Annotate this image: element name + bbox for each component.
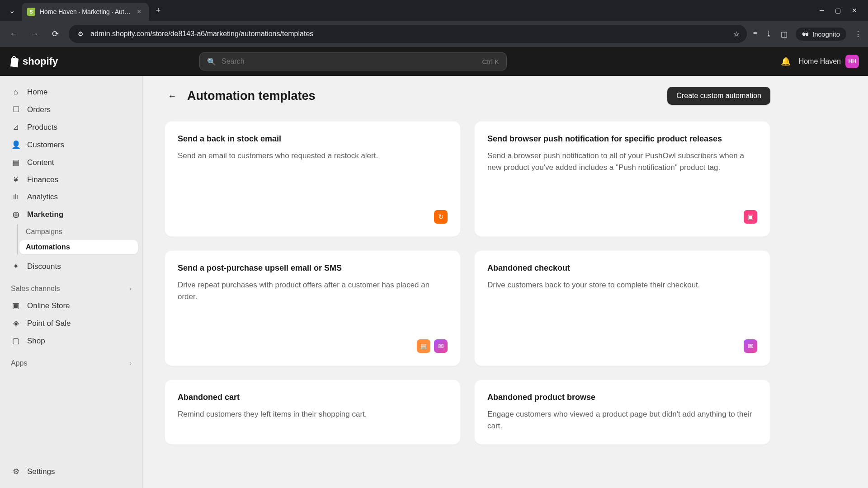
sidebar-item-online-store[interactable]: ▣ Online Store bbox=[5, 297, 138, 314]
site-info-icon[interactable]: ⚙ bbox=[76, 29, 85, 38]
search-field[interactable] bbox=[222, 57, 477, 66]
sidebar-item-finances[interactable]: ¥ Finances bbox=[5, 172, 138, 188]
template-card[interactable]: Abandoned checkout Drive customers back … bbox=[474, 250, 770, 366]
sidebar-item-label: Shop bbox=[27, 337, 45, 346]
sidebar-item-pos[interactable]: ◈ Point of Sale bbox=[5, 315, 138, 332]
card-description: Engage customers who viewed a product pa… bbox=[487, 408, 757, 432]
products-icon: ⊿ bbox=[11, 122, 21, 132]
chevron-right-icon: › bbox=[130, 286, 132, 292]
sidebar-item-label: Discounts bbox=[27, 262, 61, 271]
chevron-right-icon: › bbox=[130, 360, 132, 366]
sidebar-item-label: Marketing bbox=[27, 210, 63, 219]
new-tab-button[interactable]: + bbox=[151, 3, 166, 18]
store-name: Home Haven bbox=[799, 57, 841, 66]
shopify-favicon-icon: S bbox=[27, 8, 35, 16]
back-icon[interactable]: ← bbox=[6, 29, 21, 39]
sidebar-item-home[interactable]: ⌂ Home bbox=[5, 84, 138, 100]
sidebar-item-label: Finances bbox=[27, 175, 58, 184]
finances-icon: ¥ bbox=[11, 175, 21, 184]
card-title: Abandoned product browse bbox=[487, 393, 757, 402]
extensions-icon[interactable]: ≡ bbox=[753, 30, 757, 38]
notifications-icon[interactable]: 🔔 bbox=[781, 56, 791, 66]
pushowl-app-icon: ▣ bbox=[744, 210, 757, 224]
sidebar-item-orders[interactable]: ☐ Orders bbox=[5, 101, 138, 118]
sidebar-item-content[interactable]: ▤ Content bbox=[5, 154, 138, 171]
sidebar: ⌂ Home ☐ Orders ⊿ Products 👤 Customers ▤… bbox=[0, 76, 143, 488]
template-card[interactable]: Send browser push notification for speci… bbox=[474, 121, 770, 237]
template-card[interactable]: Send a post-purchase upsell email or SMS… bbox=[165, 250, 461, 366]
back-button[interactable]: ← bbox=[165, 88, 180, 103]
online-store-icon: ▣ bbox=[11, 301, 21, 310]
tab-search-button[interactable]: ⌄ bbox=[4, 2, 20, 19]
sidebar-item-shop[interactable]: ▢ Shop bbox=[5, 333, 138, 349]
template-card[interactable]: Abandoned product browse Engage customer… bbox=[474, 380, 770, 445]
sidebar-item-marketing[interactable]: ◎ Marketing bbox=[5, 206, 138, 223]
sidebar-item-products[interactable]: ⊿ Products bbox=[5, 119, 138, 136]
card-description: Remind customers they left items in thei… bbox=[178, 408, 448, 420]
home-icon: ⌂ bbox=[11, 88, 21, 97]
sidebar-footer: ⚙ Settings bbox=[5, 463, 138, 480]
sidebar-item-label: Customers bbox=[27, 141, 64, 150]
sidebar-item-discounts[interactable]: ✦ Discounts bbox=[5, 258, 138, 275]
card-title: Send browser push notification for speci… bbox=[487, 134, 757, 144]
sidebar-item-label: Orders bbox=[27, 105, 51, 114]
store-switcher[interactable]: Home Haven HH bbox=[799, 55, 859, 68]
sidebar-item-label: Settings bbox=[27, 467, 55, 476]
card-description: Send an email to customers who requested… bbox=[178, 150, 448, 162]
tab-bar: ⌄ S Home Haven · Marketing · Aut… × + ─ … bbox=[0, 0, 868, 21]
maximize-icon[interactable]: ▢ bbox=[835, 7, 841, 14]
card-description: Drive repeat purchases with product offe… bbox=[178, 279, 448, 302]
sidebar-subitem-campaigns[interactable]: Campaigns bbox=[19, 225, 138, 239]
template-grid: Send a back in stock email Send an email… bbox=[165, 121, 770, 445]
reload-icon[interactable]: ⟳ bbox=[48, 29, 62, 39]
sidebar-item-settings[interactable]: ⚙ Settings bbox=[5, 463, 138, 480]
card-app-icons: ▤ ✉ bbox=[178, 339, 448, 353]
menu-icon[interactable]: ⋮ bbox=[854, 30, 862, 38]
arrow-left-icon: ← bbox=[168, 91, 177, 101]
url-field[interactable]: ⚙ admin.shopify.com/store/de8143-a6/mark… bbox=[69, 25, 747, 43]
bookmark-icon[interactable]: ☆ bbox=[733, 30, 740, 38]
sidebar-item-analytics[interactable]: ılı Analytics bbox=[5, 189, 138, 205]
back-in-stock-app-icon: ↻ bbox=[434, 210, 448, 224]
main-content: ← Automation templates Create custom aut… bbox=[143, 76, 868, 488]
close-window-icon[interactable]: ✕ bbox=[852, 7, 857, 14]
address-bar: ← → ⟳ ⚙ admin.shopify.com/store/de8143-a… bbox=[0, 21, 868, 47]
customers-icon: 👤 bbox=[11, 140, 21, 150]
card-description: Drive customers back to your store to co… bbox=[487, 279, 757, 291]
side-panel-icon[interactable]: ◫ bbox=[781, 30, 788, 38]
template-card[interactable]: Send a back in stock email Send an email… bbox=[165, 121, 461, 237]
sidebar-item-label: Analytics bbox=[27, 192, 58, 202]
shopify-topbar: shopify 🔍 Ctrl K 🔔 Home Haven HH bbox=[0, 47, 868, 76]
forward-icon[interactable]: → bbox=[27, 29, 42, 39]
avatar: HH bbox=[845, 55, 859, 68]
section-label: Sales channels bbox=[11, 285, 60, 293]
marketing-submenu: Campaigns Automations bbox=[17, 225, 138, 254]
card-description: Send a browser push notification to all … bbox=[487, 150, 757, 173]
card-app-icons: ✉ bbox=[487, 339, 757, 353]
sales-channels-header[interactable]: Sales channels › bbox=[5, 276, 138, 296]
create-automation-button[interactable]: Create custom automation bbox=[667, 87, 770, 105]
close-icon[interactable]: × bbox=[135, 8, 143, 16]
incognito-badge[interactable]: 🕶 Incognito bbox=[796, 28, 846, 41]
shopify-logo[interactable]: shopify bbox=[9, 56, 58, 67]
sidebar-subitem-automations[interactable]: Automations bbox=[19, 240, 138, 254]
downloads-icon[interactable]: ⭳ bbox=[765, 30, 773, 38]
page-header: ← Automation templates Create custom aut… bbox=[165, 87, 770, 105]
app-shell: ⌂ Home ☐ Orders ⊿ Products 👤 Customers ▤… bbox=[0, 76, 868, 488]
apps-header[interactable]: Apps › bbox=[5, 350, 138, 371]
toolbar-icons: ≡ ⭳ ◫ 🕶 Incognito ⋮ bbox=[753, 28, 862, 41]
incognito-icon: 🕶 bbox=[802, 30, 809, 38]
sidebar-item-customers[interactable]: 👤 Customers bbox=[5, 136, 138, 153]
browser-tab[interactable]: S Home Haven · Marketing · Aut… × bbox=[22, 3, 149, 21]
template-card[interactable]: Abandoned cart Remind customers they lef… bbox=[165, 380, 461, 445]
browser-chrome: ⌄ S Home Haven · Marketing · Aut… × + ─ … bbox=[0, 0, 868, 47]
sidebar-item-label: Content bbox=[27, 158, 54, 167]
gear-icon: ⚙ bbox=[11, 467, 21, 476]
shopify-bag-icon bbox=[9, 56, 20, 67]
page-title: Automation templates bbox=[187, 89, 316, 103]
minimize-icon[interactable]: ─ bbox=[820, 7, 824, 14]
card-title: Send a back in stock email bbox=[178, 134, 448, 144]
marketing-icon: ◎ bbox=[11, 210, 21, 219]
search-input[interactable]: 🔍 Ctrl K bbox=[199, 52, 507, 70]
card-app-icons: ↻ bbox=[178, 210, 448, 224]
